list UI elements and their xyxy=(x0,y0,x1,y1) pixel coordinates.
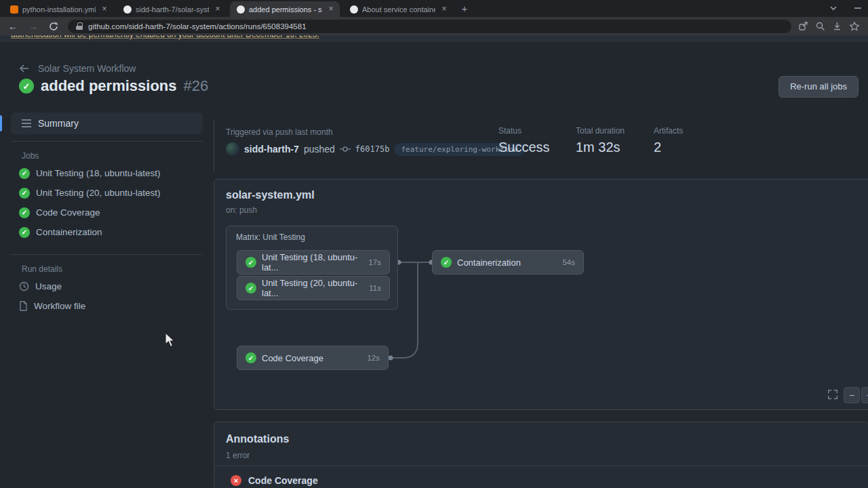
workflow-name-link[interactable]: Solar System Workflow xyxy=(38,63,136,74)
node-duration: 12s xyxy=(367,354,380,362)
tab-strip: python-installation.yml - lab2 G sidd-ha… xyxy=(0,0,868,17)
trigger-text: Triggered via push last month xyxy=(226,127,333,137)
success-icon xyxy=(19,168,30,179)
clock-icon xyxy=(19,281,29,291)
action-text: pushed xyxy=(304,144,335,155)
tab-close-icon[interactable] xyxy=(326,5,336,14)
tab-close-icon[interactable] xyxy=(100,5,109,14)
browser-tab-3-active[interactable]: added permissions - sidd-harth xyxy=(230,1,340,17)
annotations-divider xyxy=(214,466,868,466)
annotation-item-code-coverage[interactable]: Code Coverage xyxy=(231,475,318,486)
url-text[interactable]: github.com/sidd-harth-7/solar-system/act… xyxy=(88,22,307,30)
search-icon[interactable] xyxy=(815,21,825,31)
status-label: Status xyxy=(498,126,550,136)
notification-banner: authentication will be permanently enabl… xyxy=(0,35,868,42)
address-bar[interactable]: github.com/sidd-harth-7/solar-system/act… xyxy=(68,20,791,33)
sidebar-item-summary[interactable]: Summary xyxy=(11,113,203,134)
success-icon xyxy=(245,257,256,268)
forward-button[interactable] xyxy=(26,19,41,34)
expand-icon xyxy=(827,388,839,401)
zoom-in-button[interactable] xyxy=(861,387,868,403)
success-icon xyxy=(19,227,30,238)
sidebar-item-usage[interactable]: Usage xyxy=(11,277,203,296)
sidebar-item-workflow-file[interactable]: Workflow file xyxy=(11,296,203,316)
workflow-file-label: Workflow file xyxy=(34,301,85,311)
rerun-all-jobs-button[interactable]: Re-run all jobs xyxy=(778,76,859,98)
run-success-icon xyxy=(19,79,34,94)
tab-close-icon[interactable] xyxy=(213,5,222,14)
node-label: Unit Testing (20, ubuntu-lat... xyxy=(262,278,363,298)
reload-icon xyxy=(49,22,58,31)
node-label: Containerization xyxy=(457,258,521,268)
artifacts-column: Artifacts 2 xyxy=(654,126,683,155)
node-duration: 54s xyxy=(562,258,575,266)
node-label: Unit Testing (18, ubuntu-lat... xyxy=(262,252,363,272)
commit-sha-link[interactable]: f60175b xyxy=(355,144,390,154)
minimize-icon[interactable] xyxy=(853,3,863,14)
graph-node-containerization[interactable]: Containerization 54s xyxy=(432,250,584,274)
annotations-title: Annotations xyxy=(226,433,289,445)
fullscreen-button[interactable] xyxy=(827,388,840,402)
install-icon[interactable] xyxy=(832,21,842,31)
success-icon xyxy=(19,207,30,218)
run-summary-header: Triggered via push last month sidd-harth… xyxy=(214,121,868,171)
job-label: Containerization xyxy=(36,227,102,237)
run-title-bar: added permissions #26 xyxy=(19,77,208,95)
duration-label: Total duration xyxy=(576,126,625,136)
github-favicon-icon xyxy=(350,5,358,14)
tab-title: About service containers - GitH xyxy=(362,5,435,14)
actor-name[interactable]: sidd-harth-7 xyxy=(244,144,299,155)
sidebar-divider xyxy=(11,254,203,255)
bookmark-star-icon[interactable] xyxy=(849,21,860,32)
tab-title: python-installation.yml - lab2 G xyxy=(22,5,96,14)
chevron-down-icon[interactable] xyxy=(829,3,838,14)
annotation-label: Code Coverage xyxy=(248,475,318,486)
banner-text: authentication will be permanently enabl… xyxy=(11,35,319,39)
back-arrow-icon[interactable] xyxy=(19,64,30,73)
selected-accent-bar xyxy=(0,115,2,131)
toolbar-icons xyxy=(798,21,860,32)
sidebar-item-job-containerization[interactable]: Containerization xyxy=(11,222,203,242)
duration-value: 1m 32s xyxy=(576,140,625,155)
node-duration: 11s xyxy=(369,284,381,292)
graph-node-unit-18[interactable]: Unit Testing (18, ubuntu-lat... 17s xyxy=(237,250,390,274)
browser-window: python-installation.yml - lab2 G sidd-ha… xyxy=(0,0,868,488)
graph-node-unit-20[interactable]: Unit Testing (20, ubuntu-lat... 11s xyxy=(237,276,390,300)
browser-tab-1[interactable]: python-installation.yml - lab2 G xyxy=(3,1,113,17)
sidebar-item-job-unit-20[interactable]: Unit Testing (20, ubuntu-latest) xyxy=(11,183,203,203)
browser-tab-2[interactable]: sidd-harth-7/solar-system at fe xyxy=(117,1,226,17)
sidebar-item-job-code-coverage[interactable]: Code Coverage xyxy=(11,203,203,222)
tab-title: added permissions - sidd-harth xyxy=(249,5,322,14)
node-duration: 17s xyxy=(368,258,381,266)
success-icon xyxy=(19,188,30,199)
github-page: Solar System Workflow added permissions … xyxy=(0,42,868,488)
commit-row: sidd-harth-7 pushed f60175b feature/expl… xyxy=(226,142,525,156)
browser-toolbar: github.com/sidd-harth-7/solar-system/act… xyxy=(0,17,868,35)
window-controls xyxy=(829,3,863,14)
back-button[interactable] xyxy=(5,19,20,34)
tab-title: sidd-harth-7/solar-system at fe xyxy=(136,5,209,14)
annotations-card: Annotations 1 error Code Coverage xyxy=(214,422,868,488)
browser-tab-4[interactable]: About service containers - GitH xyxy=(343,1,453,17)
job-label: Code Coverage xyxy=(36,207,100,218)
jobs-heading: Jobs xyxy=(22,151,203,161)
reload-button[interactable] xyxy=(46,19,61,34)
git-commit-icon xyxy=(340,144,351,154)
new-tab-button[interactable] xyxy=(457,1,472,16)
artifacts-label: Artifacts xyxy=(654,126,683,136)
matrix-label: Matrix: Unit Testing xyxy=(236,232,305,242)
status-column: Status Success xyxy=(498,126,550,155)
graph-node-code-coverage[interactable]: Code Coverage 12s xyxy=(237,346,389,370)
workflow-graph-card: solar-system.yml on: push Matrix: Unit T… xyxy=(214,179,868,410)
share-icon[interactable] xyxy=(798,21,808,31)
sidebar-item-job-unit-18[interactable]: Unit Testing (18, ubuntu-latest) xyxy=(11,163,203,183)
artifacts-value: 2 xyxy=(654,140,683,155)
zoom-out-button[interactable] xyxy=(844,387,860,403)
job-label: Unit Testing (20, ubuntu-latest) xyxy=(36,188,161,198)
breadcrumb[interactable]: Solar System Workflow xyxy=(19,63,136,74)
run-sidebar: Summary Jobs Unit Testing (18, ubuntu-la… xyxy=(11,113,203,316)
success-icon xyxy=(245,352,256,363)
actor-avatar[interactable] xyxy=(226,142,239,156)
tab-close-icon[interactable] xyxy=(439,5,449,14)
summary-label: Summary xyxy=(38,118,79,129)
